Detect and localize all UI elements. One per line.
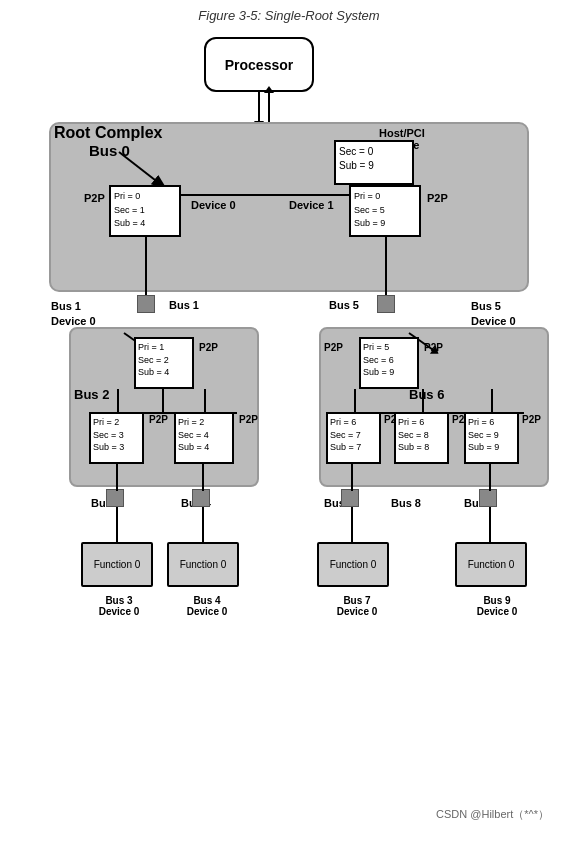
bus3-dev0-label: Bus 3 Device 0 (74, 595, 164, 617)
p2p-swl-bot-right-label: P2P (239, 414, 258, 425)
figure-title: Figure 3-5: Single-Root System (0, 0, 578, 27)
connector-left (137, 295, 155, 313)
connector-bus7 (341, 489, 359, 507)
p2p-right-pri: Pri = 0 (354, 190, 416, 204)
p2p-swl-bot-right-box: Pri = 2 Sec = 4 Sub = 4 (174, 412, 234, 464)
bus2-label: Bus 2 (74, 387, 109, 402)
connector-right (377, 295, 395, 313)
vline-conn-bus4-func (202, 507, 204, 542)
p2p-swr-top-box: Pri = 5 Sec = 6 Sub = 9 (359, 337, 419, 389)
connector-bus4 (192, 489, 210, 507)
p2p-swr-bot2-box: Pri = 6 Sec = 8 Sub = 8 (394, 412, 449, 464)
p2p-left-sub: Sub = 4 (114, 217, 176, 231)
vline-left-p2p-down (145, 237, 147, 302)
bus1-device0-label: Bus 1 Device 0 (51, 299, 96, 330)
function-box-3: Function 0 (455, 542, 527, 587)
bus1-label: Bus 1 (169, 299, 199, 311)
connector-bus3 (106, 489, 124, 507)
p2p-right-rc-label: P2P (427, 192, 448, 204)
svg-line-0 (119, 152, 164, 187)
bus8-label: Bus 8 (391, 497, 421, 509)
watermark: CSDN @Hilbert（*^*） (436, 807, 549, 822)
p2p-sw-left-top-box: Pri = 1 Sec = 2 Sub = 4 (134, 337, 194, 389)
device1-rc-label: Device 1 (289, 199, 334, 211)
vline-conn-bus9-func (489, 507, 491, 542)
vline-swr-1 (354, 389, 356, 414)
p2p-swr-bot3-box: Pri = 6 Sec = 9 Sub = 9 (464, 412, 519, 464)
function-box-1: Function 0 (167, 542, 239, 587)
diagram-container: Processor Root Complex Host/PCI Bridge B… (19, 27, 559, 827)
p2p-swl-bot-left-box: Pri = 2 Sec = 3 Sub = 3 (89, 412, 144, 464)
vline-swr-2 (422, 389, 424, 414)
vline-to-bus9 (489, 464, 491, 491)
vline-to-bus3 (116, 464, 118, 491)
processor-box: Processor (204, 37, 314, 92)
processor-label: Processor (225, 57, 293, 73)
vline-to-bus7 (351, 464, 353, 491)
bus5-device0-label: Bus 5 Device 0 (471, 299, 516, 330)
vline-to-bus4 (202, 464, 204, 491)
bus7-dev0-label: Bus 7 Device 0 (312, 595, 402, 617)
p2p-swr-bot1-box: Pri = 6 Sec = 7 Sub = 7 (326, 412, 381, 464)
p2p-left-sec: Sec = 1 (114, 204, 176, 218)
vline-conn-bus3-func (116, 507, 118, 542)
arrow-down-icon (258, 92, 260, 122)
p2p-right-rc-box: Pri = 0 Sec = 5 Sub = 9 (349, 185, 421, 237)
device0-rc-label: Device 0 (191, 199, 236, 211)
p2p-left-rc-label: P2P (84, 192, 105, 204)
vline-swl-top-mid (117, 389, 119, 414)
p2p-left-rc-box: Pri = 0 Sec = 1 Sub = 4 (109, 185, 181, 237)
bus9-dev0-label: Bus 9 Device 0 (452, 595, 542, 617)
vline-swl-right (204, 389, 206, 414)
bus4-dev0-label: Bus 4 Device 0 (162, 595, 252, 617)
p2p-swr-bot3-label: P2P (522, 414, 541, 425)
bus5-label: Bus 5 (329, 299, 359, 311)
p2p-right-sub: Sub = 9 (354, 217, 416, 231)
vline-right-p2p-down (385, 237, 387, 302)
vline-conn-bus7-func (351, 507, 353, 542)
p2p-swr-top-right-label: P2P (424, 342, 443, 353)
p2p-swl-top-pri: Pri = 1 (138, 341, 190, 354)
root-complex-label: Root Complex (54, 124, 162, 142)
bus6-label: Bus 6 (409, 387, 444, 402)
p2p-left-pri: Pri = 0 (114, 190, 176, 204)
host-bridge-sub: Sub = 9 (339, 159, 409, 173)
vline-swr-3 (491, 389, 493, 414)
p2p-swl-bot-left-label: P2P (149, 414, 168, 425)
connector-bus9 (479, 489, 497, 507)
p2p-sw-left-top-label: P2P (199, 342, 218, 353)
host-bridge-box: Sec = 0 Sub = 9 (334, 140, 414, 185)
host-bridge-sec: Sec = 0 (339, 145, 409, 159)
arrow-up-icon (268, 92, 270, 122)
function-box-0: Function 0 (81, 542, 153, 587)
p2p-swr-top-left-label: P2P (324, 342, 343, 353)
vline-swl-left (162, 389, 164, 414)
p2p-swl-top-sub: Sub = 4 (138, 366, 190, 379)
function-box-2: Function 0 (317, 542, 389, 587)
p2p-right-sec: Sec = 5 (354, 204, 416, 218)
p2p-swl-top-sec: Sec = 2 (138, 354, 190, 367)
